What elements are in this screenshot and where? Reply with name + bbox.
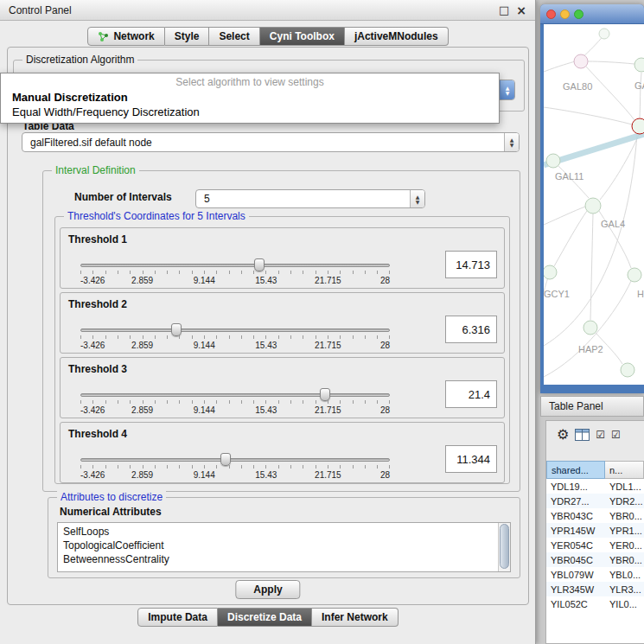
select-none-icon[interactable]: ☑ <box>611 429 621 441</box>
network-edge <box>554 211 587 266</box>
table-row[interactable]: YLR345WYLR3... <box>546 582 644 596</box>
table-cell[interactable]: YLR345W <box>546 584 605 595</box>
settings-gear-icon[interactable]: ⚙ <box>557 428 569 442</box>
slider-scale-label: 2.859 <box>131 470 153 480</box>
slider-track[interactable] <box>80 458 390 462</box>
tab-select[interactable]: Select <box>209 27 259 46</box>
combo-stepper-icon: ▲▼ <box>504 133 519 151</box>
dropdown-option-equal-width-frequency[interactable]: Equal Width/Frequency Discretization <box>1 105 499 119</box>
slider-track[interactable] <box>80 264 390 267</box>
network-node[interactable] <box>583 321 597 335</box>
table-cell[interactable]: YBR0... <box>605 511 644 521</box>
network-edge <box>544 207 585 225</box>
threshold-label: Threshold 4 <box>68 428 127 440</box>
table-cell[interactable]: YER0... <box>605 540 644 551</box>
threshold-slider[interactable]: -3.4262.8599.14415.4321.71528 <box>80 387 390 418</box>
network-canvas[interactable]: GAL80 GA GAL11 GAL4 GCY1 H HAP2 <box>544 24 644 385</box>
tab-discretize-data[interactable]: Discretize Data <box>218 608 312 627</box>
table-row[interactable]: YER054CYER0... <box>546 538 644 552</box>
threshold-slider[interactable]: -3.4262.8599.14415.4321.71528 <box>80 452 390 483</box>
table-row[interactable]: YDR27...YDR2... <box>546 494 644 508</box>
slider-thumb[interactable] <box>220 453 231 466</box>
slider-thumb[interactable] <box>320 388 330 401</box>
table-row[interactable]: YBR043CYBR0... <box>546 508 644 523</box>
scrollbar-thumb[interactable] <box>500 524 509 569</box>
selected-network-node[interactable] <box>632 118 644 134</box>
select-all-icon[interactable]: ☑ <box>596 429 605 441</box>
columns-icon[interactable] <box>575 429 590 441</box>
threshold-value-field[interactable] <box>445 380 497 408</box>
table-row[interactable]: YBL079WYBL0... <box>546 567 644 582</box>
table-cell[interactable]: YDR27... <box>546 496 605 507</box>
table-cell[interactable]: YIL052C <box>546 599 605 609</box>
cyni-toolbox-panel: Discretization Algorithm ▲▼ Table Data g… <box>7 47 529 605</box>
network-node[interactable] <box>574 54 588 68</box>
network-node[interactable] <box>621 363 634 377</box>
threshold-value-field[interactable] <box>445 251 497 278</box>
scrollbar[interactable] <box>498 523 510 571</box>
float-window-icon[interactable]: □ <box>499 3 509 16</box>
column-header-name[interactable]: n... <box>605 461 644 479</box>
list-item[interactable]: TopologicalCoefficient <box>63 539 497 552</box>
slider-scale-label: -3.426 <box>80 470 105 480</box>
threshold-panel-4: Threshold 4 -3.4262.8599.14415.4321.7152… <box>60 422 505 483</box>
number-of-intervals-combobox[interactable]: 5 ▲▼ <box>195 189 425 208</box>
table-cell[interactable]: YBL079W <box>546 570 605 580</box>
threshold-slider[interactable]: -3.4262.8599.14415.4321.71528 <box>80 258 390 289</box>
zoom-traffic-light-icon[interactable] <box>574 10 583 19</box>
network-node[interactable] <box>585 198 601 214</box>
network-node[interactable] <box>544 265 557 279</box>
tab-cyni-toolbox[interactable]: Cyni Toolbox <box>260 27 345 46</box>
table-cell[interactable]: YDL1... <box>605 481 644 492</box>
table-row[interactable]: YDL19...YDL1... <box>546 479 644 494</box>
dropdown-option-manual-discretization[interactable]: Manual Discretization <box>1 90 499 105</box>
table-cell[interactable]: YDR2... <box>605 496 644 507</box>
tab-jactivemnodules[interactable]: jActiveMNodules <box>345 27 449 46</box>
slider-thumb[interactable] <box>171 323 182 336</box>
tab-style[interactable]: Style <box>165 27 210 46</box>
threshold-slider[interactable]: -3.4262.8599.14415.4321.71528 <box>80 322 390 354</box>
list-item[interactable]: BetweennessCentrality <box>63 552 497 566</box>
thresholds-group: Threshold's Coordinates for 5 Intervals … <box>54 216 510 484</box>
table-row[interactable]: YIL052CYIL0... <box>546 596 644 611</box>
slider-scale: -3.4262.8599.14415.4321.71528 <box>80 276 390 286</box>
network-node[interactable] <box>546 154 560 168</box>
group-legend: Interval Definition <box>52 164 139 176</box>
column-header-shared-name[interactable]: shared... <box>546 461 605 479</box>
threshold-value-field[interactable] <box>445 445 497 473</box>
tab-label: Style <box>175 30 200 42</box>
table-cell[interactable]: YBR043C <box>546 511 605 521</box>
table-row[interactable]: YBR045CYBR0... <box>546 552 644 567</box>
combo-value: 5 <box>196 190 410 207</box>
table-cell[interactable]: YPR1... <box>605 526 644 536</box>
table-row[interactable]: YPR145WYPR1... <box>546 523 644 538</box>
network-window-titlebar <box>540 4 644 24</box>
table-data-combobox[interactable]: galFiltered.sif default node ▲▼ <box>22 132 520 152</box>
tab-network[interactable]: Network <box>87 27 164 46</box>
network-node[interactable] <box>628 268 641 282</box>
list-item[interactable]: SelfLoops <box>63 525 497 539</box>
table-cell[interactable]: YIL0... <box>605 599 644 609</box>
table-cell[interactable]: YER054C <box>546 540 605 551</box>
tab-infer-network[interactable]: Infer Network <box>312 608 399 627</box>
apply-button[interactable]: Apply <box>235 580 300 599</box>
table-cell[interactable]: YDL19... <box>546 481 605 492</box>
slider-thumb[interactable] <box>254 258 265 271</box>
dropdown-placeholder: Select algorithm to view settings <box>1 73 499 90</box>
close-window-icon[interactable]: × <box>516 3 526 17</box>
threshold-value-field[interactable] <box>445 316 497 343</box>
network-node[interactable] <box>599 29 609 39</box>
tab-label: Impute Data <box>148 611 207 623</box>
minimize-traffic-light-icon[interactable] <box>560 10 570 19</box>
table-cell[interactable]: YPR145W <box>546 526 605 536</box>
table-cell[interactable]: YBR045C <box>546 555 605 565</box>
tab-impute-data[interactable]: Impute Data <box>137 608 218 627</box>
slider-track[interactable] <box>80 328 390 332</box>
table-cell[interactable]: YBL0... <box>605 570 644 580</box>
table-cell[interactable]: YLR3... <box>605 584 644 595</box>
slider-track[interactable] <box>80 393 390 397</box>
close-traffic-light-icon[interactable] <box>546 10 556 19</box>
slider-ticks <box>80 400 390 404</box>
table-cell[interactable]: YBR0... <box>605 555 644 565</box>
network-node[interactable] <box>634 58 644 72</box>
